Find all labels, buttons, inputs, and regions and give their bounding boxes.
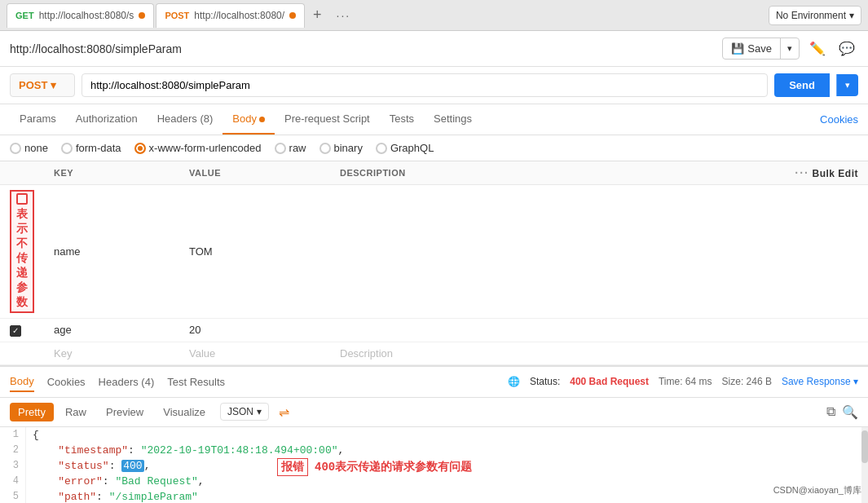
tab-params[interactable]: Params [10,104,66,135]
tab-prerequest[interactable]: Pre-request Script [275,104,380,135]
tab-body[interactable]: Body [223,104,275,135]
edit-icon-button[interactable]: ✏️ [806,38,829,60]
radio-form-data[interactable]: form-data [61,142,121,154]
bulk-more-icon[interactable]: ··· [795,166,809,179]
address-actions: 💾 Save ▾ ✏️ 💬 [722,38,858,60]
radio-graphql-dot [376,143,387,154]
tab-headers[interactable]: Headers (8) [148,104,223,135]
radio-raw[interactable]: raw [275,142,306,154]
tab-post[interactable]: POST http://localhost:8080/ [156,3,305,28]
scrollbar-thumb[interactable] [861,430,868,463]
resp-tab-pretty[interactable]: Pretty [10,403,54,421]
params-table: KEY VALUE DESCRIPTION ··· Bulk Edit 表示不传 [0,161,868,365]
save-dropdown-arrow[interactable]: ▾ [781,39,799,58]
row1-value[interactable]: TOM [179,185,330,319]
tab-authorization[interactable]: Authorization [66,104,148,135]
response-tab-test-results[interactable]: Test Results [167,373,225,391]
send-button[interactable]: Send [774,73,830,97]
globe-icon: 🌐 [508,376,520,387]
table-row: 表示不传递参数 name TOM [0,185,868,319]
radio-binary-dot [319,143,331,154]
th-description: DESCRIPTION [330,161,581,185]
tab-post-dot [289,12,296,19]
send-dropdown-button[interactable]: ▾ [836,74,858,96]
radio-raw-dot [275,143,286,154]
placeholder-value[interactable]: Value [179,342,330,364]
radio-urlencoded-dot [134,143,146,154]
save-icon: 💾 [731,42,744,55]
tab-get-url: http://localhost:8080/s [39,10,134,21]
format-select[interactable]: JSON ▾ [220,403,269,421]
row1-description [330,185,581,319]
scrollbar[interactable] [861,427,868,504]
json-viewer: 1 { 2 "timestamp": "2022-10-19T01:48:18.… [0,427,868,504]
th-key: KEY [44,161,179,185]
row2-value[interactable]: 20 [179,319,330,342]
watermark: CSDN@xiaoyan_博库 [773,484,861,496]
error-tag: 报错 [277,458,308,476]
radio-graphql[interactable]: GraphQL [376,142,434,154]
chat-icon-button[interactable]: 💬 [835,38,858,60]
json-line-2: 2 "timestamp": "2022-10-19T01:48:18.494+… [0,443,868,458]
address-bar: http://localhost:8080/simpleParam 💾 Save… [0,31,868,67]
row2-description [330,319,581,342]
resp-tab-raw[interactable]: Raw [57,403,95,421]
time-label: Time: 64 ms [659,376,712,387]
body-type-bar: none form-data x-www-form-urlencoded raw… [0,135,868,161]
radio-binary[interactable]: binary [319,142,363,154]
method-chevron: ▾ [51,79,56,91]
new-tab-button[interactable]: + [306,3,328,27]
placeholder-key[interactable]: Key [44,342,179,364]
body-dot [259,117,265,122]
table-row: ✓ age 20 [0,319,868,342]
save-label: Save [747,42,772,55]
error-description: 400表示传递的请求参数有问题 [315,460,472,474]
method-value: POST [19,79,47,91]
radio-urlencoded[interactable]: x-www-form-urlencoded [134,142,262,154]
bulk-edit-button[interactable]: Bulk Edit [812,168,858,179]
save-button[interactable]: 💾 Save ▾ [722,38,800,60]
post-method-label: POST [165,11,189,20]
row2-key[interactable]: age [44,319,179,342]
json-line-5: 5 "path": "/simpleParam" [0,489,868,504]
response-nav: Body Cookies Headers (4) Test Results 🌐 … [0,367,868,398]
url-input[interactable] [82,73,768,97]
tab-get-dot [139,12,145,19]
th-actions: ··· Bulk Edit [581,161,869,185]
row1-checkbox[interactable] [16,193,28,205]
radio-none[interactable]: none [10,142,48,154]
method-select[interactable]: POST ▾ [10,73,75,97]
tab-get[interactable]: GET http://localhost:8080/s [7,3,154,28]
th-checkbox [0,161,44,185]
row2-checkbox[interactable]: ✓ [10,325,21,337]
cookies-link[interactable]: Cookies [820,113,858,126]
resp-tab-visualize[interactable]: Visualize [155,403,214,421]
nav-right: Cookies [820,113,858,126]
save-response-button[interactable]: Save Response ▾ [782,376,858,387]
size-label: Size: 246 B [722,376,772,387]
copy-icon[interactable]: ⧉ [826,404,835,420]
row1-key[interactable]: name [44,185,179,319]
response-tab-headers[interactable]: Headers (4) [99,373,155,391]
response-section: Body Cookies Headers (4) Test Results 🌐 … [0,365,868,504]
environment-selector[interactable]: No Environment ▾ [769,6,861,25]
table-row-placeholder: Key Value Description [0,342,868,364]
radio-form-data-dot [61,143,73,154]
annotation-box: 表示不传递参数 [10,190,34,313]
placeholder-description: Description [330,342,581,364]
response-tab-cookies[interactable]: Cookies [47,373,86,391]
search-icon[interactable]: 🔍 [842,404,858,420]
resp-tab-preview[interactable]: Preview [98,403,152,421]
json-line-1: 1 { [0,427,868,443]
tab-tests[interactable]: Tests [380,104,424,135]
address-title: http://localhost:8080/simpleParam [10,42,182,55]
params-area: KEY VALUE DESCRIPTION ··· Bulk Edit 表示不传 [0,161,868,365]
filter-icon[interactable]: ⇌ [279,404,289,420]
format-chevron: ▾ [257,406,262,417]
tab-settings[interactable]: Settings [424,104,482,135]
get-method-label: GET [15,11,34,20]
tab-post-url: http://localhost:8080/ [194,10,284,21]
response-tab-body[interactable]: Body [10,372,34,392]
request-line: POST ▾ Send ▾ [0,67,868,104]
tab-more-button[interactable]: ··· [330,6,358,25]
